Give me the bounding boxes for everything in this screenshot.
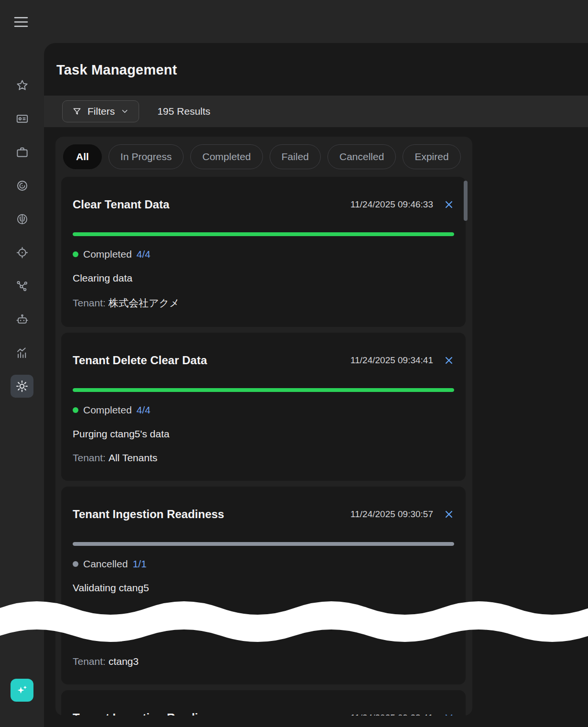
crosshair-icon <box>16 246 29 259</box>
sidebar-item-locate[interactable] <box>11 241 33 264</box>
task-status-row: Completed 4/4 <box>73 404 454 416</box>
tab-cancelled[interactable]: Cancelled <box>327 144 396 169</box>
filters-button-label: Filters <box>87 106 115 117</box>
page-title: Task Management <box>56 62 177 78</box>
tenant-label: Tenant: <box>73 452 106 463</box>
task-title: Clear Tenant Data <box>73 198 169 211</box>
tab-all[interactable]: All <box>63 144 102 169</box>
analytics-icon <box>16 347 29 359</box>
robot-icon <box>16 313 29 326</box>
sidebar-nav <box>0 74 44 398</box>
close-icon <box>444 355 454 366</box>
sidebar-item-favorites[interactable] <box>11 74 33 97</box>
briefcase-icon <box>16 146 29 159</box>
close-icon <box>444 509 454 520</box>
task-tenant-row: Tenant:All Tenants <box>73 452 454 464</box>
task-timestamp: 11/24/2025 09:34:41 <box>350 355 433 366</box>
menu-button[interactable] <box>11 12 32 32</box>
task-close-button[interactable] <box>444 713 454 716</box>
sidebar <box>0 0 44 727</box>
task-close-button[interactable] <box>444 199 454 210</box>
tab-expired[interactable]: Expired <box>403 144 460 169</box>
tenant-label: Tenant: <box>73 297 106 308</box>
disc-icon <box>16 179 29 192</box>
task-card: Clear Tenant Data 11/24/2025 09:46:33 Co… <box>61 177 466 327</box>
task-close-button[interactable] <box>444 355 454 366</box>
close-icon <box>444 199 454 210</box>
task-close-button[interactable] <box>444 509 454 520</box>
task-description: Validating ctang5 <box>73 582 454 594</box>
task-progress-fraction: 4/4 <box>137 404 151 416</box>
hamburger-icon <box>13 16 29 28</box>
star-icon <box>16 79 29 92</box>
task-title: Tenant Ingestion Readiness <box>73 508 224 521</box>
sidebar-item-workspace[interactable] <box>11 141 33 163</box>
sidebar-item-intelligence[interactable] <box>11 207 33 230</box>
task-timestamp: 11/24/2025 09:30:57 <box>350 509 433 520</box>
task-description: Clearing data <box>73 272 454 284</box>
task-card: Tenant Ingestion Readiness 11/24/2025 09… <box>61 487 466 684</box>
tenant-label: Tenant: <box>73 656 106 667</box>
task-tenant-row: Tenant:株式会社アクメ <box>73 296 454 310</box>
task-status: Completed <box>83 249 132 260</box>
task-timestamp: 11/24/2025 09:28:41 <box>350 713 433 716</box>
task-status-row: Completed 4/4 <box>73 249 454 260</box>
status-dot <box>73 407 78 413</box>
task-card: Tenant Delete Clear Data 11/24/2025 09:3… <box>61 333 466 481</box>
status-dot <box>73 561 78 567</box>
scrollbar-thumb[interactable] <box>464 181 468 221</box>
task-card-list: Clear Tenant Data 11/24/2025 09:46:33 Co… <box>61 177 466 716</box>
sidebar-item-records[interactable] <box>11 174 33 197</box>
task-timestamp: 11/24/2025 09:46:33 <box>350 199 433 210</box>
status-dot <box>73 251 78 257</box>
filter-funnel-icon <box>72 107 82 116</box>
tab-in-progress[interactable]: In Progress <box>109 144 184 169</box>
task-status-row: Cancelled 1/1 <box>73 558 454 570</box>
network-icon <box>16 280 29 293</box>
task-status: Completed <box>83 404 132 416</box>
main-panel: Task Management Filters 195 Results All … <box>44 43 588 727</box>
task-title: Tenant Delete Clear Data <box>73 354 207 367</box>
task-progress-track <box>73 388 454 392</box>
task-status: Cancelled <box>83 558 128 570</box>
card-icon <box>16 112 29 125</box>
sidebar-item-settings[interactable] <box>11 375 33 398</box>
ai-assistant-button[interactable] <box>11 679 33 702</box>
sidebar-item-analytics[interactable] <box>11 341 33 364</box>
task-progress-bar <box>73 232 454 236</box>
tasks-panel: All In Progress Completed Failed Cancell… <box>55 137 472 716</box>
tab-failed[interactable]: Failed <box>270 144 321 169</box>
task-progress-track <box>73 232 454 236</box>
tenant-value: All Tenants <box>109 452 157 463</box>
tenant-value: ctang3 <box>109 656 139 667</box>
close-icon <box>444 713 454 716</box>
settings-gear-icon <box>15 380 29 393</box>
tenant-value: 株式会社アクメ <box>109 297 179 308</box>
task-card: Tenant Ingestion Readiness 11/24/2025 09… <box>61 690 466 716</box>
tab-completed[interactable]: Completed <box>190 144 263 169</box>
task-progress-fraction: 1/1 <box>132 558 146 570</box>
task-progress-bar <box>73 388 454 392</box>
task-tenant-row: Tenant:ctang3 <box>73 656 454 667</box>
results-count: 195 Results <box>157 106 210 117</box>
sidebar-item-network[interactable] <box>11 274 33 297</box>
sidebar-item-automation[interactable] <box>11 308 33 331</box>
brain-icon <box>16 213 29 226</box>
task-title: Tenant Ingestion Readiness <box>73 711 224 716</box>
task-progress-bar <box>73 542 454 546</box>
task-description: Purging ctang5's data <box>73 428 454 440</box>
filters-toolbar: Filters 195 Results <box>44 96 588 127</box>
task-progress-fraction: 4/4 <box>137 249 151 260</box>
sparkles-icon <box>15 684 29 697</box>
task-progress-track <box>73 542 454 546</box>
sidebar-item-cards[interactable] <box>11 107 33 130</box>
status-filter-tabs: All In Progress Completed Failed Cancell… <box>61 144 466 169</box>
filters-button[interactable]: Filters <box>62 100 139 122</box>
chevron-down-icon <box>120 107 129 116</box>
